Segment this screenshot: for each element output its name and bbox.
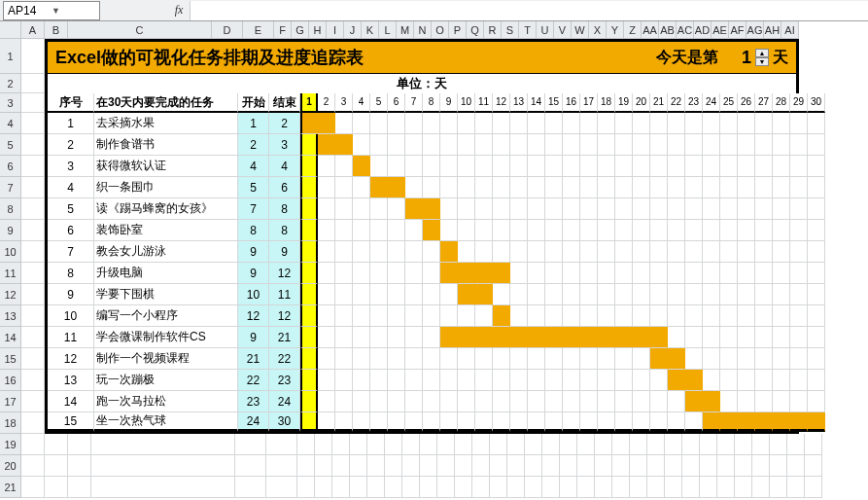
gantt-cell[interactable] <box>510 241 528 263</box>
gantt-cell[interactable] <box>650 391 668 412</box>
gantt-cell[interactable] <box>300 113 318 134</box>
gantt-cell[interactable] <box>633 284 650 305</box>
gantt-cell[interactable] <box>475 348 493 370</box>
cell-start[interactable]: 21 <box>238 348 269 370</box>
cell-seq[interactable]: 5 <box>48 198 94 220</box>
gantt-cell[interactable] <box>598 156 615 177</box>
gantt-cell[interactable] <box>755 263 773 284</box>
gantt-cell[interactable] <box>318 284 335 305</box>
gantt-cell[interactable] <box>440 412 458 432</box>
cell-task[interactable]: 制作食谱书 <box>94 134 238 156</box>
gantt-cell[interactable] <box>685 220 703 241</box>
gantt-cell[interactable] <box>388 412 405 432</box>
gantt-cell[interactable] <box>790 241 808 263</box>
gantt-cell[interactable] <box>738 156 755 177</box>
gantt-cell[interactable] <box>580 391 598 412</box>
empty-cell[interactable] <box>595 434 612 455</box>
cell-end[interactable]: 8 <box>269 220 300 241</box>
gantt-cell[interactable] <box>475 412 493 432</box>
cell-start[interactable]: 23 <box>238 391 269 412</box>
gantt-cell[interactable] <box>318 134 335 156</box>
empty-cell[interactable] <box>91 455 235 477</box>
col-header[interactable]: Y <box>607 21 624 39</box>
empty-cell[interactable] <box>507 477 525 498</box>
gantt-cell[interactable] <box>388 198 405 220</box>
gantt-cell[interactable] <box>370 177 388 198</box>
empty-cell[interactable] <box>490 477 507 498</box>
gantt-cell[interactable] <box>580 348 598 370</box>
gantt-cell[interactable] <box>650 284 668 305</box>
gantt-cell[interactable] <box>580 305 598 327</box>
cell-task[interactable]: 装饰卧室 <box>94 220 238 241</box>
gantt-cell[interactable] <box>370 327 388 348</box>
gantt-cell[interactable] <box>650 412 668 432</box>
gantt-cell[interactable] <box>318 263 335 284</box>
gantt-cell[interactable] <box>493 348 510 370</box>
gantt-cell[interactable] <box>545 391 563 412</box>
cell-seq[interactable]: 7 <box>48 241 94 263</box>
gantt-cell[interactable] <box>405 156 423 177</box>
cell-seq[interactable]: 2 <box>48 134 94 156</box>
gantt-cell[interactable] <box>703 263 720 284</box>
empty-cell[interactable] <box>805 477 822 498</box>
col-header[interactable]: S <box>502 21 519 39</box>
gantt-cell[interactable] <box>633 134 650 156</box>
empty-cell[interactable] <box>332 434 350 455</box>
gantt-cell[interactable] <box>738 113 755 134</box>
gantt-cell[interactable] <box>598 113 615 134</box>
empty-cell[interactable] <box>367 455 385 477</box>
gantt-cell[interactable] <box>563 156 580 177</box>
gantt-cell[interactable] <box>808 391 825 412</box>
gantt-cell[interactable] <box>458 241 475 263</box>
empty-cell[interactable] <box>332 477 350 498</box>
gantt-cell[interactable] <box>808 198 825 220</box>
gantt-cell[interactable] <box>773 305 790 327</box>
gantt-cell[interactable] <box>423 156 440 177</box>
gantt-cell[interactable] <box>370 391 388 412</box>
gantt-cell[interactable] <box>738 412 755 432</box>
gantt-cell[interactable] <box>720 156 738 177</box>
gantt-cell[interactable] <box>650 177 668 198</box>
cell-start[interactable]: 8 <box>238 220 269 241</box>
empty-cell[interactable] <box>350 477 367 498</box>
gantt-cell[interactable] <box>510 284 528 305</box>
gantt-cell[interactable] <box>598 263 615 284</box>
gantt-cell[interactable] <box>668 284 685 305</box>
gantt-cell[interactable] <box>755 370 773 391</box>
cell-seq[interactable]: 9 <box>48 284 94 305</box>
cell-start[interactable]: 7 <box>238 198 269 220</box>
empty-cell[interactable] <box>595 477 612 498</box>
gantt-cell[interactable] <box>703 284 720 305</box>
gantt-cell[interactable] <box>475 241 493 263</box>
gantt-cell[interactable] <box>300 241 318 263</box>
gantt-cell[interactable] <box>545 241 563 263</box>
gantt-cell[interactable] <box>668 156 685 177</box>
col-header[interactable]: P <box>449 21 467 39</box>
gantt-cell[interactable] <box>563 391 580 412</box>
col-header[interactable]: E <box>243 21 274 39</box>
gantt-cell[interactable] <box>405 198 423 220</box>
gantt-cell[interactable] <box>563 284 580 305</box>
gantt-cell[interactable] <box>510 263 528 284</box>
gantt-cell[interactable] <box>405 263 423 284</box>
gantt-cell[interactable] <box>808 305 825 327</box>
empty-cell[interactable] <box>612 434 630 455</box>
gantt-cell[interactable] <box>440 241 458 263</box>
gantt-cell[interactable] <box>405 305 423 327</box>
gantt-cell[interactable] <box>668 134 685 156</box>
gantt-cell[interactable] <box>388 113 405 134</box>
gantt-cell[interactable] <box>563 113 580 134</box>
empty-cell[interactable] <box>507 455 525 477</box>
gantt-cell[interactable] <box>335 305 353 327</box>
empty-cell[interactable] <box>315 455 332 477</box>
gantt-cell[interactable] <box>563 177 580 198</box>
gantt-cell[interactable] <box>720 113 738 134</box>
row-header[interactable]: 8 <box>0 198 21 220</box>
row-header[interactable]: 9 <box>0 220 21 241</box>
empty-cell[interactable] <box>472 477 490 498</box>
gantt-cell[interactable] <box>738 327 755 348</box>
empty-cell[interactable] <box>472 455 490 477</box>
gantt-cell[interactable] <box>755 220 773 241</box>
row-header[interactable]: 12 <box>0 284 21 305</box>
gantt-cell[interactable] <box>808 348 825 370</box>
